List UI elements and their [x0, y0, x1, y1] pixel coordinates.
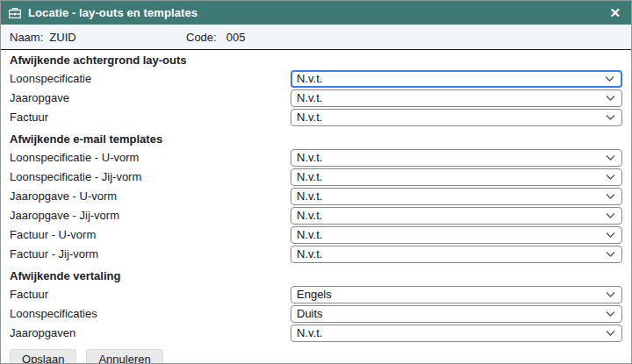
loonspecificatie-jijvorm-select[interactable]: N.v.t. [291, 168, 622, 186]
factuur-vertaling-select[interactable]: Engels [291, 286, 622, 303]
jaaropgave-uvorm-select[interactable]: N.v.t. [291, 188, 622, 205]
row-label: Factuur [10, 288, 291, 301]
code-pair: Code: 005 [186, 31, 245, 44]
section-title: Afwijkende vertaling [10, 269, 622, 282]
row-factuur-jijvorm: Factuur - Jij-vorm N.v.t. [10, 245, 622, 263]
dropdown-value: N.v.t. [297, 92, 322, 103]
dialog-title: Locatie - lay-outs en templates [28, 6, 198, 19]
naam-label: Naam: [10, 31, 43, 44]
dropdown-value: N.v.t. [297, 171, 322, 182]
row-label: Jaaropgave [10, 91, 291, 104]
row-label: Loonspecificatie [10, 72, 291, 85]
button-bar: Opslaan Annuleren [10, 349, 622, 364]
record-header: Naam: ZUID Code: 005 [1, 25, 631, 50]
factuur-uvorm-select[interactable]: N.v.t. [291, 226, 622, 244]
jaaropgave-layout-select[interactable]: N.v.t. [291, 89, 622, 107]
briefcase-icon [9, 8, 21, 18]
accesskey-letter: A [98, 353, 106, 364]
section-email-templates: Afwijkende e-mail templates Loonspecific… [10, 132, 622, 263]
loonspecificatie-uvorm-select[interactable]: N.v.t. [291, 149, 622, 167]
dropdown-value: N.v.t. [297, 111, 322, 123]
opslaan-button[interactable]: Opslaan [10, 349, 76, 364]
code-value: 005 [226, 31, 246, 44]
row-loonspecificatie-jijvorm: Loonspecificatie - Jij-vorm N.v.t. [10, 168, 622, 186]
row-jaaropgave-jijvorm: Jaaropgave - Jij-vorm N.v.t. [10, 206, 622, 225]
row-factuur-layout: Factuur N.v.t. [10, 108, 622, 126]
row-label: Factuur [10, 111, 291, 124]
chevron-down-icon [606, 251, 615, 257]
dropdown-value: N.v.t. [297, 210, 322, 221]
naam-value: ZUID [49, 31, 75, 44]
accesskey-letter: O [22, 353, 31, 364]
section-achtergrond-layouts: Afwijkende achtergrond lay-outs Loonspec… [10, 54, 622, 126]
chevron-down-icon [606, 232, 615, 238]
chevron-down-icon [606, 212, 615, 218]
row-factuur-uvorm: Factuur - U-vorm N.v.t. [10, 225, 622, 244]
row-jaaropgave-uvorm: Jaaropgave - U-vorm N.v.t. [10, 187, 622, 205]
dropdown-value: N.v.t. [297, 327, 322, 339]
loonspecificatie-layout-select[interactable]: N.v.t. [291, 70, 622, 88]
row-loonspecificatie-layout: Loonspecificatie N.v.t. [10, 69, 622, 88]
dialog-locatie-layouts: Locatie - lay-outs en templates ✕ Naam: … [0, 0, 632, 364]
row-loonspecificatie-uvorm: Loonspecificatie - U-vorm N.v.t. [10, 148, 622, 167]
row-jaaropgave-layout: Jaaropgave N.v.t. [10, 89, 622, 107]
dropdown-value: Duits [297, 308, 323, 319]
naam-pair: Naam: ZUID [10, 31, 186, 44]
row-jaaropgaven-vertaling: Jaaropgaven N.v.t. [10, 324, 622, 342]
row-label: Jaaropgaven [10, 326, 291, 339]
dropdown-value: N.v.t. [297, 248, 322, 260]
chevron-down-icon [606, 193, 615, 199]
section-vertaling: Afwijkende vertaling Factuur Engels Loon… [10, 269, 622, 342]
code-label: Code: [186, 31, 217, 44]
dropdown-value: N.v.t. [297, 190, 322, 202]
titlebar: Locatie - lay-outs en templates ✕ [1, 1, 631, 25]
loonspecificaties-vertaling-select[interactable]: Duits [291, 305, 622, 323]
chevron-down-icon [606, 154, 615, 161]
annuleren-button[interactable]: Annuleren [86, 349, 162, 364]
section-title: Afwijkende e-mail templates [10, 132, 622, 146]
chevron-down-icon [606, 330, 615, 336]
jaaropgaven-vertaling-select[interactable]: N.v.t. [291, 325, 622, 342]
dropdown-value: N.v.t. [297, 229, 322, 240]
row-label: Loonspecificaties [10, 307, 291, 320]
row-label: Loonspecificatie - Jij-vorm [10, 170, 291, 183]
row-label: Factuur - U-vorm [10, 228, 291, 241]
chevron-down-icon [605, 75, 614, 82]
button-label-rest: nnuleren [106, 353, 151, 364]
row-label: Loonspecificatie - U-vorm [10, 151, 291, 164]
dropdown-value: N.v.t. [297, 152, 322, 163]
factuur-jijvorm-select[interactable]: N.v.t. [291, 246, 622, 263]
dropdown-value: Engels [297, 289, 332, 300]
form-content: Afwijkende achtergrond lay-outs Loonspec… [1, 50, 631, 364]
chevron-down-icon [606, 114, 615, 120]
row-label: Jaaropgave - U-vorm [10, 189, 291, 203]
row-factuur-vertaling: Factuur Engels [10, 285, 622, 303]
chevron-down-icon [606, 95, 615, 101]
jaaropgave-jijvorm-select[interactable]: N.v.t. [291, 207, 622, 225]
row-label: Factuur - Jij-vorm [10, 247, 291, 261]
row-label: Jaaropgave - Jij-vorm [10, 209, 291, 222]
button-label-rest: pslaan [31, 353, 64, 364]
chevron-down-icon [606, 310, 615, 317]
factuur-layout-select[interactable]: N.v.t. [291, 109, 622, 126]
close-icon[interactable]: ✕ [607, 4, 622, 21]
section-title: Afwijkende achtergrond lay-outs [10, 54, 622, 67]
chevron-down-icon [606, 174, 615, 180]
dropdown-value: N.v.t. [297, 73, 322, 84]
row-loonspecificaties-vertaling: Loonspecificaties Duits [10, 304, 622, 323]
chevron-down-icon [606, 291, 615, 297]
